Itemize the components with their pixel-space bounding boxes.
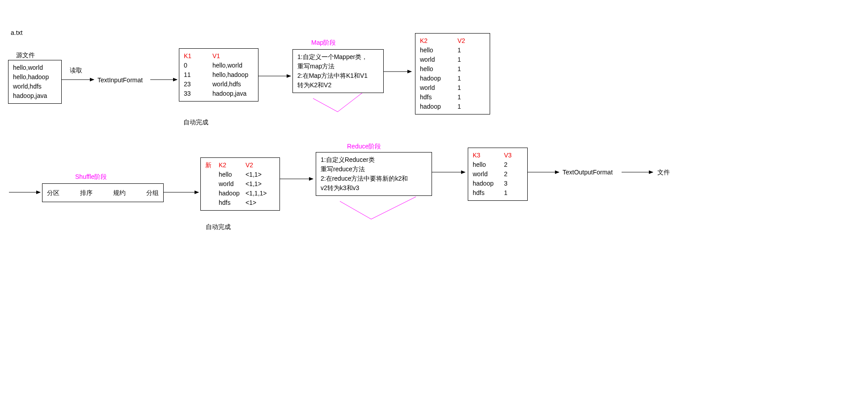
map-stage-title: Map阶段 <box>311 38 336 47</box>
newk2v2-box: 新 K2 V2 hello<1,1> world<1,1> hadoop<1,1… <box>200 157 280 211</box>
v2-cell: 1 <box>457 83 461 93</box>
v2-cell: 1 <box>457 64 461 74</box>
v2-header: V2 <box>457 36 465 46</box>
shuffle-step: 规约 <box>113 188 126 198</box>
reduce-line: 重写reduce方法 <box>321 165 427 174</box>
nk2-cell: hadoop <box>219 189 246 198</box>
auto-label-1: 自动完成 <box>183 118 208 127</box>
v1-cell: world,hdfs <box>212 80 241 89</box>
map-line: 2:在Map方法中将K1和V1 <box>297 71 379 80</box>
newv2-header: V2 <box>246 161 253 170</box>
k1v1-box: K1 V1 0hello,world 11hello,hadoop 23worl… <box>179 48 258 102</box>
k2-cell: hadoop <box>420 74 457 83</box>
k2v2-box: K2 V2 hello1 world1 hello1 hadoop1 world… <box>415 33 490 114</box>
k1-header: K1 <box>184 51 212 61</box>
k3-header: K3 <box>473 151 504 160</box>
source-title: 源文件 <box>16 51 35 60</box>
nk2-cell: world <box>219 179 246 189</box>
nk2-cell: hello <box>219 170 246 179</box>
map-line: 重写map方法 <box>297 62 379 71</box>
map-line: 转为K2和V2 <box>297 80 379 90</box>
reduce-line: 2:在reduce方法中要将新的k2和 <box>321 174 427 183</box>
shuffle-step: 排序 <box>80 188 93 198</box>
text-input-format: TextInputFormat <box>97 76 143 85</box>
map-line: 1:自定义一个Mapper类， <box>297 52 379 62</box>
v1-cell: hadoop,java <box>212 89 246 98</box>
shuffle-box: 分区 排序 规约 分组 <box>42 183 164 202</box>
v1-header: V1 <box>212 51 220 61</box>
k2-cell: hdfs <box>420 93 457 102</box>
file-label: a.txt <box>11 29 22 38</box>
newk2-header: K2 <box>219 161 246 170</box>
src-line: hello,hadoop <box>13 72 57 82</box>
read-label: 读取 <box>70 66 82 75</box>
nv2-cell: <1,1> <box>246 170 262 179</box>
src-line: hadoop,java <box>13 91 57 101</box>
v2-cell: 1 <box>457 102 461 111</box>
nv2-cell: <1,1> <box>246 179 262 189</box>
v3-header: V3 <box>504 151 512 160</box>
reduce-line: v2转为k3和v3 <box>321 183 427 193</box>
k1-cell: 23 <box>184 80 212 89</box>
src-line: hello,world <box>13 63 57 72</box>
v2-cell: 1 <box>457 74 461 83</box>
reduce-line: 1:自定义Reducer类 <box>321 155 427 165</box>
text-output-format: TextOutputFormat <box>563 168 613 177</box>
v1-cell: hello,hadoop <box>212 70 248 80</box>
v2-cell: 1 <box>457 93 461 102</box>
shuffle-title: Shuffle阶段 <box>75 173 107 182</box>
k1-cell: 33 <box>184 89 212 98</box>
v3-cell: 2 <box>504 169 508 179</box>
reduce-box: 1:自定义Reducer类 重写reduce方法 2:在reduce方法中要将新… <box>316 152 432 196</box>
new-label: 新 <box>205 161 219 170</box>
k2-header: K2 <box>420 36 457 46</box>
k3-cell: world <box>473 169 504 179</box>
k2-cell: hello <box>420 46 457 55</box>
k3-cell: hello <box>473 160 504 169</box>
v3-cell: 3 <box>504 179 508 188</box>
auto-label-2: 自动完成 <box>206 223 231 232</box>
k2-cell: world <box>420 83 457 93</box>
v2-cell: 1 <box>457 55 461 64</box>
v2-cell: 1 <box>457 46 461 55</box>
k3v3-box: K3 V3 hello2 world2 hadoop3 hdfs1 <box>468 148 528 201</box>
source-box: hello,world hello,hadoop world,hdfs hado… <box>8 60 62 104</box>
diagram-canvas: a.txt 源文件 hello,world hello,hadoop world… <box>0 0 868 394</box>
k3-cell: hadoop <box>473 179 504 188</box>
src-line: world,hdfs <box>13 82 57 91</box>
k2-cell: hello <box>420 64 457 74</box>
nk2-cell: hdfs <box>219 198 246 208</box>
nv2-cell: <1,1,1> <box>246 189 267 198</box>
shuffle-step: 分组 <box>146 188 159 198</box>
reduce-stage-title: Reduce阶段 <box>347 142 381 151</box>
k1-cell: 11 <box>184 70 212 80</box>
v3-cell: 1 <box>504 188 508 198</box>
nv2-cell: <1> <box>246 198 256 208</box>
shuffle-step: 分区 <box>47 188 59 198</box>
file-out-label: 文件 <box>657 168 670 177</box>
k2-cell: world <box>420 55 457 64</box>
map-box: 1:自定义一个Mapper类， 重写map方法 2:在Map方法中将K1和V1 … <box>292 49 384 93</box>
v1-cell: hello,world <box>212 61 242 70</box>
k1-cell: 0 <box>184 61 212 70</box>
k3-cell: hdfs <box>473 188 504 198</box>
v3-cell: 2 <box>504 160 508 169</box>
k2-cell: hadoop <box>420 102 457 111</box>
